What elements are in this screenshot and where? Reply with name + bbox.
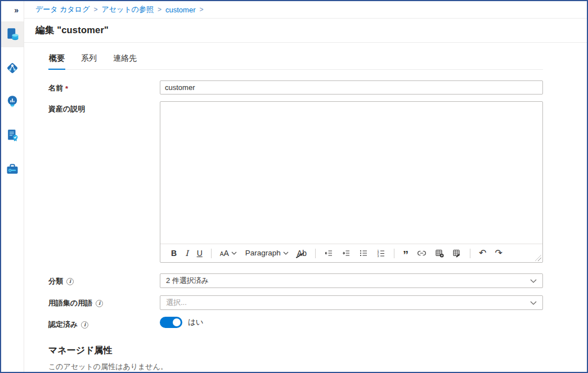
app-window: » [0, 0, 588, 373]
glossary-terms-placeholder: 選択... [166, 298, 187, 308]
underline-button[interactable]: U [193, 248, 207, 259]
blockquote-button[interactable]: ” [399, 248, 412, 262]
sidebar-expand-button[interactable]: » [13, 5, 20, 16]
toolbar-divider [470, 249, 470, 258]
edit-table-button[interactable] [448, 247, 465, 259]
breadcrumb: データ カタログ > アセットの参照 > customer > [24, 1, 587, 19]
name-row: 名前 * [48, 80, 543, 95]
data-catalog-icon [5, 27, 20, 42]
paragraph-style-button[interactable]: Paragraph [241, 248, 293, 259]
description-label: 資産の説明 [48, 101, 160, 114]
classification-value: 2 件選択済み [166, 276, 209, 286]
breadcrumb-link-browse-assets[interactable]: アセットの参照 [101, 5, 154, 15]
insert-table-button[interactable] [431, 247, 448, 259]
toolbar-divider [211, 249, 212, 258]
sidebar-item-management[interactable] [1, 156, 24, 182]
sidebar-item-data-map[interactable] [1, 55, 24, 81]
insert-link-button[interactable] [413, 247, 430, 259]
numbered-list-icon: 1 2 3 [376, 249, 385, 258]
description-row: 資産の説明 B I U AA [48, 101, 543, 263]
content: 概要 系列 連絡先 名前 * 資産の説明 [24, 43, 587, 372]
glossary-terms-label: 用語集の用語 i [48, 295, 160, 308]
description-editor-content[interactable] [160, 102, 542, 244]
bullet-list-button[interactable] [355, 247, 372, 259]
sidebar-item-data-catalog[interactable] [1, 21, 24, 47]
breadcrumb-separator: > [158, 6, 161, 14]
main-area: データ カタログ > アセットの参照 > customer > 編集 "cust… [24, 1, 587, 372]
svg-text:3: 3 [378, 254, 379, 258]
certified-state-label: はい [188, 317, 204, 327]
table-edit-icon [452, 249, 461, 258]
data-map-icon [5, 61, 20, 75]
managed-attributes-title: マネージド属性 [48, 345, 543, 357]
page-title: 編集 "customer" [35, 24, 109, 37]
toolbar-divider [315, 249, 316, 258]
resize-handle[interactable] [535, 255, 541, 261]
breadcrumb-link-data-catalog[interactable]: データ カタログ [35, 5, 89, 15]
classification-dropdown[interactable]: 2 件選択済み [160, 273, 543, 288]
indent-icon [342, 249, 351, 258]
editor-toolbar: B I U AA Paragraph [160, 244, 542, 262]
toolbox-icon [5, 162, 20, 177]
chevron-down-icon [231, 251, 237, 255]
info-icon[interactable]: i [96, 300, 103, 307]
glossary-terms-label-text: 用語集の用語 [48, 298, 92, 308]
clear-formatting-button[interactable]: Ab [293, 248, 311, 259]
glossary-terms-row: 用語集の用語 i 選択... [48, 295, 543, 310]
sidebar: » [1, 1, 24, 372]
numbered-list-button[interactable]: 1 2 3 [372, 247, 389, 259]
toggle-knob [173, 318, 181, 326]
title-bar: 編集 "customer" [24, 19, 587, 43]
certified-row: 認定済み i はい [48, 317, 543, 330]
classification-row: 分類 i 2 件選択済み [48, 273, 543, 288]
required-asterisk: * [65, 84, 68, 93]
chevron-down-icon [530, 301, 537, 305]
insights-lightbulb-icon [5, 95, 20, 109]
breadcrumb-separator: > [199, 6, 203, 14]
chevron-down-icon [283, 251, 289, 255]
toolbar-divider [394, 249, 394, 258]
info-icon[interactable]: i [81, 321, 88, 329]
link-icon [417, 249, 427, 258]
breadcrumb-link-customer[interactable]: customer [165, 6, 195, 14]
sidebar-item-data-policy[interactable] [1, 123, 24, 149]
paragraph-style-label: Paragraph [245, 249, 281, 257]
sidebar-item-insights[interactable] [1, 89, 24, 115]
description-editor: B I U AA Paragraph [160, 101, 543, 263]
undo-button[interactable]: ↶ [475, 247, 490, 259]
table-add-icon [435, 249, 444, 258]
chevron-down-icon [530, 279, 537, 283]
tab-lineage[interactable]: 系列 [80, 52, 97, 69]
indent-button[interactable] [338, 247, 354, 259]
bold-button[interactable]: B [167, 248, 181, 259]
certified-document-icon [5, 128, 20, 143]
tab-overview[interactable]: 概要 [48, 52, 65, 70]
italic-button[interactable]: I [181, 248, 192, 259]
outdent-button[interactable] [320, 247, 337, 259]
tab-bar: 概要 系列 連絡先 [48, 52, 543, 70]
name-input[interactable] [160, 80, 543, 95]
description-label-text: 資産の説明 [48, 104, 85, 114]
font-size-glyph: AA [220, 249, 229, 257]
managed-attributes-empty-message: このアセットの属性はありません。 [48, 362, 543, 372]
clear-formatting-glyph: Ab [297, 249, 307, 257]
outdent-icon [324, 249, 333, 258]
certified-toggle[interactable] [160, 317, 182, 328]
name-label: 名前 * [48, 80, 160, 93]
info-icon[interactable]: i [66, 278, 74, 285]
classification-label: 分類 i [48, 273, 160, 286]
redo-button[interactable]: ↷ [491, 247, 506, 259]
name-label-text: 名前 [48, 83, 63, 93]
classification-label-text: 分類 [48, 276, 63, 286]
certified-label-text: 認定済み [48, 320, 78, 330]
glossary-terms-dropdown[interactable]: 選択... [160, 295, 543, 310]
bullet-list-icon [359, 249, 368, 258]
font-size-button[interactable]: AA [216, 248, 241, 259]
breadcrumb-separator: > [93, 6, 97, 14]
sidebar-nav [1, 21, 24, 182]
tab-contacts[interactable]: 連絡先 [113, 52, 137, 69]
certified-label: 認定済み i [48, 317, 160, 330]
